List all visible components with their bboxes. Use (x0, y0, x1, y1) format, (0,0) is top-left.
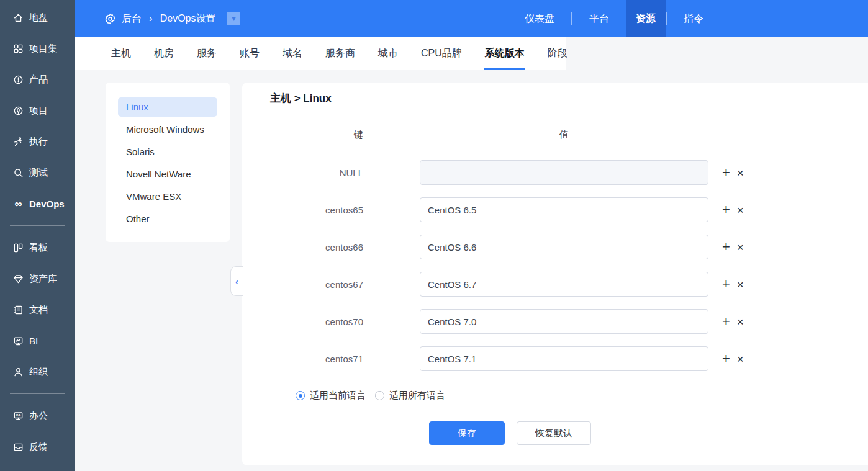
tab-stage[interactable]: 阶段 (547, 38, 568, 70)
delete-row-icon[interactable]: × (737, 353, 744, 365)
os-item-netware[interactable]: Novell NetWare (118, 164, 217, 184)
chevron-right-icon: › (149, 12, 153, 25)
sidebar-item-feedback[interactable]: 反馈 (0, 431, 75, 462)
sidebar-item-label: 测试 (29, 167, 48, 179)
sidebar-item-label: 办公 (29, 410, 48, 422)
tab-os-version[interactable]: 系统版本 (484, 38, 525, 70)
row-value-input[interactable] (420, 346, 708, 371)
delete-row-icon[interactable]: × (737, 167, 744, 179)
row-value-input[interactable] (420, 272, 708, 297)
feedback-mail-icon (13, 442, 24, 452)
tab-band: 主机 机房 服务 账号 域名 服务商 城市 CPU品牌 系统版本 阶段 (75, 37, 868, 70)
sidebar-item-label: BI (29, 336, 38, 346)
radio-selected-icon[interactable] (296, 391, 305, 400)
home-icon (13, 12, 24, 23)
sidebar-item-assets[interactable]: 资产库 (0, 263, 75, 294)
table-row: centos71 + × (270, 346, 868, 371)
delete-row-icon[interactable]: × (737, 316, 744, 328)
sidebar-item-label: 执行 (29, 136, 48, 148)
sidebar-divider (10, 393, 65, 394)
key-column-header: 键 (270, 129, 363, 141)
test-magnifier-icon (13, 168, 24, 178)
table-row: centos70 + × (270, 309, 868, 334)
radio-all-languages[interactable]: 适用所有语言 (375, 390, 445, 401)
sidebar-item-label: 反馈 (29, 441, 48, 453)
row-key-label: centos67 (270, 279, 363, 290)
main-column: 后台 › DevOps设置 ▾ 仪表盘 平台 资源 指令 主机 机房 服务 (75, 0, 868, 471)
radio-label[interactable]: 适用当前语言 (310, 390, 366, 401)
save-button[interactable]: 保存 (429, 421, 505, 445)
tab-cpu-brand[interactable]: CPU品牌 (420, 38, 463, 70)
tab-account[interactable]: 账号 (239, 38, 260, 70)
kanban-icon (13, 243, 24, 253)
row-key-label: centos71 (270, 354, 363, 364)
row-key-label: centos65 (270, 205, 363, 215)
add-row-icon[interactable]: + (722, 315, 730, 328)
sidebar-item-program[interactable]: 项目集 (0, 33, 75, 64)
devops-infinity-icon: ∞ (13, 199, 24, 209)
office-oa-icon: OA (13, 411, 24, 421)
tab-service[interactable]: 服务 (196, 38, 217, 70)
table-header-row: 键 值 (270, 128, 868, 141)
restore-default-button[interactable]: 恢复默认 (517, 421, 591, 445)
os-item-vmware[interactable]: VMware ESX (118, 187, 217, 206)
sidebar-item-devops[interactable]: ∞ DevOps (0, 188, 75, 219)
sidebar-item-kanban[interactable]: 看板 (0, 232, 75, 263)
tab-host[interactable]: 主机 (111, 38, 132, 70)
nav-item-command[interactable]: 指令 (667, 0, 720, 37)
radio-label[interactable]: 适用所有语言 (389, 390, 445, 401)
sidebar-item-label: 资产库 (29, 273, 57, 285)
sidebar-item-org[interactable]: 组织 (0, 356, 75, 387)
nav-item-resource[interactable]: 资源 (626, 0, 666, 37)
nav-item-dashboard[interactable]: 仪表盘 (508, 0, 571, 37)
grid-icon (13, 43, 24, 54)
sidebar-item-docs[interactable]: 文档 (0, 294, 75, 325)
tab-domain[interactable]: 域名 (282, 38, 303, 70)
delete-row-icon[interactable]: × (737, 241, 744, 253)
sidebar-item-bi[interactable]: BI (0, 325, 75, 356)
sidebar-divider (10, 225, 65, 226)
sidebar-item-home[interactable]: 地盘 (0, 2, 75, 33)
row-value-input[interactable] (420, 197, 708, 222)
breadcrumb-app[interactable]: DevOps设置 (160, 12, 216, 25)
sidebar-item-label: 文档 (29, 304, 48, 316)
tab-serverroom[interactable]: 机房 (153, 38, 174, 70)
os-item-linux[interactable]: Linux (118, 97, 217, 117)
execution-runner-icon (13, 137, 24, 147)
sidebar-item-execution[interactable]: 执行 (0, 126, 75, 157)
radio-current-language[interactable]: 适用当前语言 (296, 390, 366, 401)
delete-row-icon[interactable]: × (737, 279, 744, 290)
os-list-panel: Linux Microsoft Windows Solaris Novell N… (106, 83, 230, 242)
radio-unselected-icon[interactable] (375, 391, 384, 400)
add-row-icon[interactable]: + (722, 240, 730, 254)
row-value-input[interactable] (420, 235, 708, 259)
action-buttons: 保存 恢复默认 (270, 421, 868, 445)
os-item-windows[interactable]: Microsoft Windows (118, 120, 217, 139)
sidebar-item-project[interactable]: 项目 (0, 95, 75, 126)
app-root: 地盘 项目集 产品 项目 执行 测试 ∞ DevOps 看板 (0, 0, 868, 471)
add-row-icon[interactable]: + (722, 166, 730, 179)
sidebar-item-product[interactable]: 产品 (0, 64, 75, 95)
sidebar-item-test[interactable]: 测试 (0, 157, 75, 188)
product-bulb-icon (13, 74, 24, 85)
tab-provider[interactable]: 服务商 (325, 38, 356, 70)
collapse-sidebar-handle[interactable]: ‹ (230, 266, 243, 296)
sidebar-item-label: 组织 (29, 366, 48, 378)
sidebar-item-label: 看板 (29, 242, 48, 254)
gear-icon (104, 13, 116, 25)
breadcrumb-back[interactable]: 后台 (122, 12, 142, 25)
os-item-other[interactable]: Other (118, 209, 217, 228)
add-row-icon[interactable]: + (722, 203, 730, 217)
topbar-nav: 仪表盘 平台 资源 指令 (508, 0, 720, 37)
sidebar-item-office[interactable]: OA 办公 (0, 400, 75, 431)
row-key-label: centos70 (270, 316, 363, 327)
delete-row-icon[interactable]: × (737, 204, 744, 216)
content-area: Linux Microsoft Windows Solaris Novell N… (75, 70, 868, 471)
add-row-icon[interactable]: + (722, 277, 730, 291)
os-item-solaris[interactable]: Solaris (118, 142, 217, 161)
app-switcher-dropdown-button[interactable]: ▾ (227, 12, 240, 25)
nav-item-platform[interactable]: 平台 (572, 0, 626, 37)
add-row-icon[interactable]: + (722, 352, 730, 366)
tab-city[interactable]: 城市 (377, 38, 399, 70)
row-value-input[interactable] (420, 309, 708, 334)
